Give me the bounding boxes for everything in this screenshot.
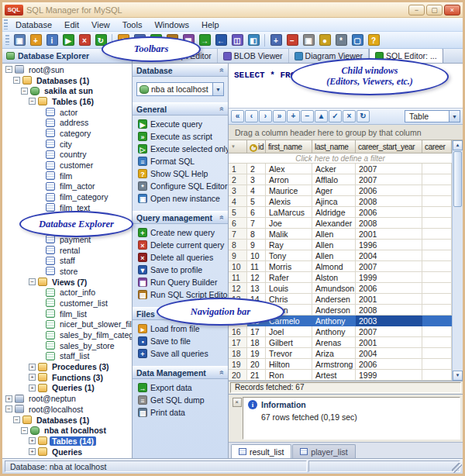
cell-last-name[interactable]: Allen [312, 240, 356, 250]
cell-id[interactable]: 9 [247, 240, 266, 250]
cell-id[interactable]: 3 [247, 174, 266, 185]
cell-row-number[interactable]: 11 [229, 272, 247, 283]
tree-item-actor[interactable]: actor [2, 107, 132, 118]
cell-career-start-year[interactable]: 2008 [356, 218, 422, 229]
table-row[interactable]: 1617JoelAnthony2007 [229, 326, 452, 337]
nav-item-open-new-instance[interactable]: ▣Open new instance [133, 192, 228, 205]
collapse-icon[interactable]: − [5, 405, 12, 412]
query-tab-player-list[interactable]: player_list [292, 444, 355, 458]
scrollbar-thumb[interactable] [453, 151, 462, 207]
cell-first-name[interactable]: Rafer [266, 272, 312, 283]
cell-row-number[interactable]: 18 [229, 348, 247, 359]
cell-career[interactable] [422, 370, 452, 381]
cell-id[interactable]: 10 [247, 250, 266, 261]
nav-item-run-query-builder[interactable]: ▦Run Query Builder [133, 276, 228, 288]
cell-first-name[interactable]: Morris [266, 261, 312, 272]
cell-last-name[interactable]: Ager [312, 185, 356, 196]
refresh-records-button[interactable]: ↻ [356, 110, 370, 122]
nav-item-format-sql[interactable]: ≡Format SQL [133, 155, 228, 167]
edit-record-button[interactable]: ▲ [315, 110, 328, 122]
menu-tools[interactable]: Tools [116, 18, 149, 32]
cell-first-name[interactable]: Malik [266, 229, 312, 240]
resize-grip[interactable] [452, 463, 462, 473]
cell-last-name[interactable]: Andersen [312, 294, 356, 305]
column-header-first-name[interactable]: first_name [266, 140, 312, 153]
cell-career[interactable] [422, 359, 452, 370]
tree-item-tables-16[interactable]: −Tables (16) [2, 96, 132, 107]
nav-item-execute-query[interactable]: ▶Execute query [133, 118, 228, 130]
create-table-button[interactable]: + [268, 33, 284, 47]
cell-row-number[interactable]: 9 [229, 250, 247, 261]
tree-item-views-7[interactable]: −Views (7) [2, 277, 132, 288]
collapse-icon[interactable]: − [29, 98, 36, 105]
cell-first-name[interactable]: LaMarcus [266, 207, 312, 218]
scroll-up-button[interactable]: ▲ [453, 140, 463, 150]
expand-icon[interactable]: + [5, 395, 12, 402]
cell-career[interactable] [422, 196, 452, 207]
table-row[interactable]: 1920HiltonArmstrong2006 [229, 359, 452, 370]
cell-career-start-year[interactable]: 2007 [356, 164, 422, 174]
nav-item-print-data[interactable]: ▤Print data [133, 406, 228, 419]
cell-last-name[interactable]: Aldridge [312, 207, 356, 218]
tree-item-tables-14[interactable]: +Tables (14) [2, 436, 132, 447]
expand-icon[interactable]: + [29, 448, 36, 455]
minimize-button[interactable]: − [408, 5, 425, 16]
cell-career-start-year[interactable]: 2001 [356, 229, 422, 240]
cell-career-start-year[interactable]: 1999 [356, 272, 422, 283]
cell-first-name[interactable]: Tony [266, 250, 312, 261]
nav-section-header-query-management[interactable]: Query management» [133, 211, 228, 224]
cell-row-number[interactable]: 12 [229, 283, 247, 294]
close-button[interactable]: × [444, 5, 460, 16]
cell-id[interactable]: 20 [247, 359, 266, 370]
table-row[interactable]: 1011MorrisAlmond2007 [229, 261, 452, 272]
cell-row-number[interactable]: 2 [229, 174, 247, 185]
cell-id[interactable]: 21 [247, 370, 266, 381]
table-row[interactable]: 12AlexAcker2007 [229, 164, 452, 174]
collapse-icon[interactable]: − [21, 88, 28, 95]
maximize-button[interactable]: ▢ [426, 5, 443, 16]
tree-item-queries[interactable]: +Queries [2, 447, 132, 457]
cell-last-name[interactable]: Allen [312, 250, 356, 261]
cell-id[interactable]: 5 [247, 196, 266, 207]
table-row[interactable]: 1718GilbertArenas2001 [229, 337, 452, 348]
tree-item-root-localhost[interactable]: −root@localhost [2, 404, 132, 415]
cell-career-start-year[interactable]: 2006 [356, 185, 422, 196]
grant-manager-button[interactable]: ● [317, 33, 332, 47]
cell-last-name[interactable]: Armstrong [312, 359, 356, 370]
cell-first-name[interactable]: Hilton [266, 359, 312, 370]
first-record-button[interactable]: « [231, 110, 244, 122]
table-row[interactable]: 34MauriceAger2006 [229, 185, 452, 196]
cell-first-name[interactable]: Alexis [266, 196, 312, 207]
table-row[interactable]: 910TonyAllen2004 [229, 250, 452, 261]
cell-first-name[interactable]: Ron [266, 370, 312, 381]
register-database-button[interactable]: + [28, 33, 43, 47]
cell-last-name[interactable]: Acker [312, 164, 356, 174]
nav-item-create-new-query[interactable]: +Create new query [133, 226, 228, 239]
cell-last-name[interactable]: Amundson [312, 283, 356, 294]
tree-item-staff[interactable]: staff [2, 255, 132, 266]
cell-career[interactable] [422, 229, 452, 240]
tree-item-rental[interactable]: rental [2, 245, 132, 256]
cell-id[interactable]: 19 [247, 348, 266, 359]
close-info-panel-button[interactable]: × [232, 398, 242, 407]
cell-row-number[interactable]: 19 [229, 359, 247, 370]
collapse-icon[interactable]: − [5, 66, 12, 73]
cell-last-name[interactable]: Anderson [312, 305, 356, 316]
filter-row[interactable]: Click here to define a filter [229, 153, 452, 164]
cell-first-name[interactable]: Maurice [266, 185, 312, 196]
cell-career[interactable] [422, 164, 452, 174]
cell-career-start-year[interactable]: 2008 [356, 305, 422, 316]
tree-item-staff-list[interactable]: staff_list [2, 351, 132, 362]
table-row[interactable]: 23ArronAfflalo2007 [229, 174, 452, 185]
cell-career[interactable] [422, 326, 452, 337]
column-header-last-name[interactable]: last_name [312, 140, 356, 153]
delete-record-button[interactable]: − [301, 110, 314, 122]
cell-career-start-year[interactable]: 2007 [356, 326, 422, 337]
disconnect-database-button[interactable]: × [77, 33, 92, 47]
table-row[interactable]: 1112RaferAlston1999 [229, 272, 452, 283]
column-header-id[interactable]: id [247, 140, 266, 153]
nav-item-save-all-queries[interactable]: +Save all queries [133, 347, 228, 360]
cell-first-name[interactable]: Louis [266, 283, 312, 294]
cell-career[interactable] [422, 240, 452, 250]
cell-career-start-year[interactable]: 2006 [356, 359, 422, 370]
